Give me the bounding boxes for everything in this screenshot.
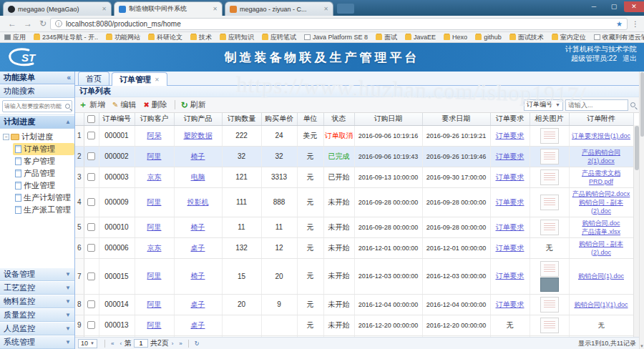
accordion-system-management[interactable]: 系统管理▼ (0, 335, 74, 349)
bookmark-item[interactable]: 应聘笔试 (262, 33, 296, 42)
product-link[interactable]: 椅子 (191, 152, 205, 160)
grid-search-icon[interactable] (630, 102, 635, 107)
column-header[interactable]: 状态 (323, 113, 354, 125)
requirement-link[interactable]: 订单要求 (496, 173, 525, 181)
table-row[interactable]: 4000009阿里投影机111888元未开始2016-09-28 00:00:0… (75, 187, 633, 217)
tab-close-icon[interactable]: ✕ (213, 6, 218, 12)
row-checkbox[interactable] (87, 223, 95, 231)
table-row[interactable]: 1000001阿呆塑胶数据22224美元订单取消2016-09-06 10:19… (75, 125, 633, 146)
forward-icon[interactable]: → (24, 19, 32, 28)
bookmark-item[interactable]: 技术 (190, 33, 212, 42)
row-checkbox[interactable] (87, 132, 95, 139)
column-header[interactable]: 订单要求 (490, 113, 530, 125)
product-link[interactable]: 椅子 (191, 223, 205, 231)
customer-link[interactable]: 阿呆 (147, 132, 162, 139)
accordion-personnel-monitor[interactable]: 人员监控▼ (0, 322, 74, 335)
bookmark-item[interactable]: 面试技术 (509, 33, 544, 42)
bookmark-item[interactable]: 面试 (376, 33, 397, 42)
product-link[interactable]: 塑胶数据 (184, 132, 213, 139)
function-search-input[interactable] (4, 103, 65, 109)
requirement-link[interactable]: 订单要求 (496, 152, 525, 160)
column-header[interactable]: 订购产品 (174, 113, 222, 125)
customer-link[interactable]: 阿里 (147, 272, 162, 280)
row-checkbox[interactable] (87, 244, 95, 252)
bookmark-item[interactable]: Java Platform SE 8 (304, 34, 368, 41)
column-header[interactable]: 订购客户 (135, 113, 174, 125)
page-size-select[interactable]: 10▼ (78, 339, 97, 348)
browser-tab[interactable]: megagao (MegaGao)✕ (3, 1, 112, 16)
function-search-header[interactable]: 功能搜索 (0, 84, 74, 98)
minimize-button[interactable]: ─ (584, 1, 604, 12)
column-header[interactable]: 订单编号 (99, 113, 135, 125)
browser-tab[interactable]: megagao - ziyuan - C...✕ (225, 1, 333, 16)
search-icon[interactable] (65, 104, 70, 109)
sidebar-collapse-icon[interactable]: « (67, 74, 71, 82)
requirement-link[interactable]: 订单要求 (496, 244, 525, 252)
last-page-button[interactable]: » (179, 340, 182, 347)
attachment-link[interactable]: 产品购销合同2(1).docx (582, 149, 620, 164)
table-row[interactable]: 5000010阿里椅子1111元未开始2016-09-28 00:00:0020… (75, 217, 633, 237)
related-image-thumbnail[interactable] (540, 277, 559, 292)
sidebar-item-order-management[interactable]: 订单管理 (13, 143, 74, 155)
row-checkbox[interactable] (87, 152, 95, 160)
row-checkbox[interactable] (87, 321, 95, 329)
grid-scrollbar[interactable] (633, 125, 639, 337)
close-button[interactable]: ✕ (624, 1, 644, 12)
bookmark-star-icon[interactable]: ★ (616, 20, 623, 28)
column-header[interactable]: 单位 (297, 113, 323, 125)
column-header[interactable]: 相关图片 (530, 113, 569, 125)
requirement-link[interactable]: 订单要求 (496, 198, 525, 206)
tree-root-node[interactable]: − 计划进度 (3, 131, 74, 143)
sidebar-item-product-management[interactable]: 产品管理 (13, 167, 74, 180)
attachment-link[interactable]: 购销合同.doc (582, 220, 620, 227)
tab-close-icon[interactable]: ✕ (155, 77, 160, 83)
bookmark-item[interactable]: 功能网站 (106, 33, 140, 42)
accordion-process-monitor[interactable]: 工艺监控▼ (0, 281, 74, 295)
sidebar-item-customer-management[interactable]: 客户管理 (13, 155, 74, 167)
attachment-link[interactable]: 购销合同(1).doc (578, 272, 624, 280)
tab-close-icon[interactable]: ✕ (323, 6, 328, 12)
sidebar-item-production-dispatch-management[interactable]: 生产派工管理 (13, 204, 74, 216)
tab-close-icon[interactable]: ✕ (102, 6, 107, 12)
bookmark-item[interactable]: 科研论文 (148, 33, 182, 42)
browser-tab[interactable]: 制造物联中间件系统✕ (114, 1, 223, 16)
first-page-button[interactable]: « (111, 340, 114, 347)
customer-link[interactable]: 阿里 (147, 223, 162, 231)
next-page-button[interactable]: › (172, 340, 174, 347)
row-checkbox[interactable] (87, 173, 95, 181)
requirement-link[interactable]: 订单要求 (496, 300, 525, 308)
sidebar-item-job-management[interactable]: 作业管理 (13, 180, 74, 192)
search-field-select[interactable]: 订单编号▼ (524, 99, 563, 111)
page-info-icon[interactable]: i (55, 20, 62, 27)
related-image-thumbnail[interactable] (540, 128, 559, 144)
row-checkbox[interactable] (87, 272, 95, 280)
requirement-link[interactable]: 订单要求 (496, 223, 525, 231)
pager-refresh-icon[interactable]: ↻ (195, 340, 200, 347)
customer-link[interactable]: 阿里 (147, 198, 162, 206)
requirement-link[interactable]: 订单要求 (496, 132, 525, 139)
row-checkbox[interactable] (87, 300, 95, 308)
delete-button[interactable]: ✖删除 (143, 99, 167, 110)
new-tab-button[interactable] (337, 4, 354, 14)
select-all-checkbox[interactable] (87, 115, 95, 123)
bookmark-item[interactable]: 收藏到有道云笔记 (594, 33, 644, 42)
related-image-thumbnail[interactable] (540, 220, 559, 235)
product-link[interactable]: 桌子 (191, 321, 205, 329)
table-row[interactable]: 2000002阿里椅子3232元已完成2016-09-06 10:19:4320… (75, 146, 633, 167)
maximize-button[interactable]: ▢ (604, 1, 624, 12)
page-scrollbar-thumb[interactable] (640, 72, 644, 137)
accordion-plan-progress[interactable]: 计划进度 ▲ (0, 115, 74, 129)
bookmark-item[interactable]: 应用 (4, 33, 26, 42)
column-header[interactable]: 购买单价 (261, 113, 297, 125)
customer-link[interactable]: 京东 (147, 173, 162, 181)
bookmark-item[interactable]: 应聘知识 (220, 33, 254, 42)
accordion-material-monitor[interactable]: 物料监控▼ (0, 295, 74, 308)
tab-order-management[interactable]: 订单管理 ✕ (112, 72, 167, 86)
browser-menu-icon[interactable]: ⋮ (632, 20, 640, 28)
column-header[interactable]: 要求日期 (422, 113, 490, 125)
table-row[interactable]: 9000013阿里桌子元未开始2016-12-20 00:00:002016-1… (75, 315, 633, 335)
product-link[interactable]: 桌子 (191, 300, 205, 308)
edit-button[interactable]: ✎编辑 (112, 99, 136, 110)
attachment-link[interactable]: 产品需求文档PRD.pdf (582, 169, 620, 185)
table-row[interactable]: 6000006京东桌子13212元未开始2016-12-01 00:00:002… (75, 237, 633, 258)
